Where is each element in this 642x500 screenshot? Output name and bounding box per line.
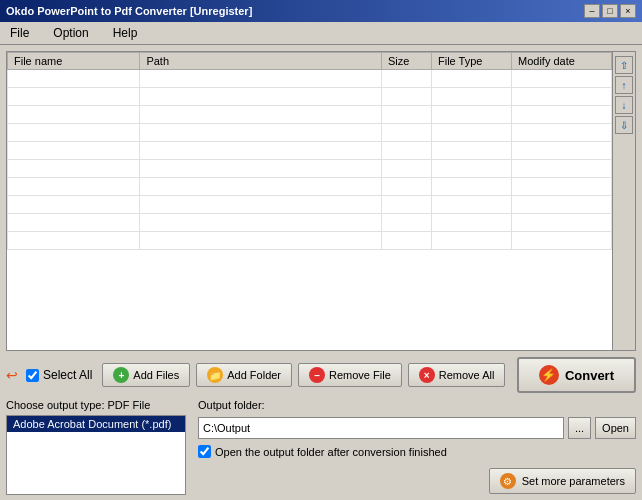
output-type-item[interactable]: Adobe Acrobat Document (*.pdf) [7,416,185,432]
title-bar: Okdo PowerPoint to Pdf Converter [Unregi… [0,0,642,22]
close-button[interactable]: × [620,4,636,18]
bottom-section: Choose output type: PDF File Adobe Acrob… [6,399,636,495]
col-path: Path [140,53,382,70]
browse-button[interactable]: ... [568,417,591,439]
table-row [8,160,612,178]
remove-file-icon: – [309,367,325,383]
convert-icon: ⚡ [539,365,559,385]
menu-bar: File Option Help [0,22,642,45]
toolbar-row: ↩ Select All + Add Files 📁 Add Folder – … [6,357,636,393]
col-modifydate: Modify date [512,53,612,70]
table-row [8,214,612,232]
table-row [8,124,612,142]
main-content: File name Path Size File Type Modify dat… [0,45,642,500]
table-row [8,232,612,250]
output-type-box: Choose output type: PDF File Adobe Acrob… [6,399,186,495]
convert-button[interactable]: ⚡ Convert [517,357,636,393]
title-bar-controls: – □ × [584,4,636,18]
add-folder-icon: 📁 [207,367,223,383]
table-row [8,196,612,214]
table-row [8,70,612,88]
add-files-icon: + [113,367,129,383]
add-files-button[interactable]: + Add Files [102,363,190,387]
output-folder-label: Output folder: [198,399,636,411]
table-row [8,178,612,196]
remove-all-icon: × [419,367,435,383]
col-filetype: File Type [432,53,512,70]
output-folder-row: ... Open [198,417,636,439]
col-filename: File name [8,53,140,70]
col-size: Size [382,53,432,70]
open-folder-checkbox-label[interactable]: Open the output folder after conversion … [198,445,636,458]
output-type-label: Choose output type: PDF File [6,399,186,411]
output-type-list[interactable]: Adobe Acrobat Document (*.pdf) [6,415,186,495]
add-folder-button[interactable]: 📁 Add Folder [196,363,292,387]
table-row [8,106,612,124]
minimize-button[interactable]: – [584,4,600,18]
table-row [8,88,612,106]
move-down-button[interactable]: ↓ [615,96,633,114]
convert-label: Convert [565,368,614,383]
back-arrow-icon: ↩ [6,367,18,383]
title-bar-text: Okdo PowerPoint to Pdf Converter [Unregi… [6,5,252,17]
move-bottom-button[interactable]: ⇩ [615,116,633,134]
move-top-button[interactable]: ⇧ [615,56,633,74]
open-button[interactable]: Open [595,417,636,439]
side-arrows: ⇧ ↑ ↓ ⇩ [612,52,635,350]
remove-all-button[interactable]: × Remove All [408,363,506,387]
select-all-text: Select All [43,368,92,382]
select-all-label[interactable]: Select All [26,368,92,382]
menu-option[interactable]: Option [47,24,94,42]
set-more-parameters-button[interactable]: ⚙ Set more parameters [489,468,636,494]
maximize-button[interactable]: □ [602,4,618,18]
open-folder-checkbox[interactable] [198,445,211,458]
output-folder-section: Output folder: ... Open Open the output … [198,399,636,494]
file-table: File name Path Size File Type Modify dat… [7,52,612,350]
output-folder-input[interactable] [198,417,564,439]
file-list-table: File name Path Size File Type Modify dat… [7,52,612,250]
open-folder-checkbox-text: Open the output folder after conversion … [215,446,447,458]
gear-icon: ⚙ [500,473,516,489]
table-row [8,142,612,160]
remove-file-button[interactable]: – Remove File [298,363,402,387]
move-up-button[interactable]: ↑ [615,76,633,94]
file-table-container: File name Path Size File Type Modify dat… [6,51,636,351]
select-all-checkbox[interactable] [26,369,39,382]
menu-file[interactable]: File [4,24,35,42]
menu-help[interactable]: Help [107,24,144,42]
